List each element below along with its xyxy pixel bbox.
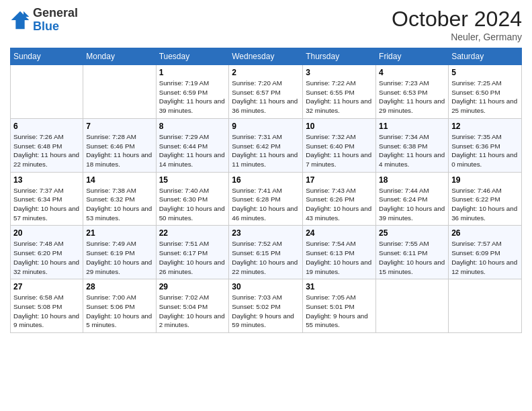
logo-general-text: General [33,6,78,19]
day-number: 18 [379,175,445,185]
day-info: Sunrise: 7:34 AMSunset: 6:38 PMDaylight:… [379,132,445,169]
table-row: 23Sunrise: 7:52 AMSunset: 6:15 PMDayligh… [229,226,303,279]
day-info: Sunrise: 7:48 AMSunset: 6:20 PMDaylight:… [13,239,80,276]
day-info: Sunrise: 7:43 AMSunset: 6:26 PMDaylight:… [306,186,373,223]
table-row: 27Sunrise: 6:58 AMSunset: 5:08 PMDayligh… [11,279,83,333]
day-info: Sunrise: 7:51 AMSunset: 6:17 PMDaylight:… [159,239,226,276]
table-row [449,279,522,333]
day-info: Sunrise: 7:20 AMSunset: 6:57 PMDaylight:… [232,79,300,116]
day-info: Sunrise: 7:54 AMSunset: 6:13 PMDaylight:… [306,239,373,276]
table-row: 24Sunrise: 7:54 AMSunset: 6:13 PMDayligh… [303,226,376,279]
header-wednesday: Wednesday [229,48,303,65]
header-friday: Friday [376,48,449,65]
day-info: Sunrise: 7:57 AMSunset: 6:09 PMDaylight:… [451,239,519,276]
svg-marker-0 [11,11,30,29]
table-row: 1Sunrise: 7:19 AMSunset: 6:59 PMDaylight… [156,65,229,119]
table-row: 15Sunrise: 7:40 AMSunset: 6:30 PMDayligh… [156,172,229,226]
logo: General Blue [10,7,78,34]
day-number: 13 [13,175,80,185]
table-row: 3Sunrise: 7:22 AMSunset: 6:55 PMDaylight… [303,65,376,119]
day-info: Sunrise: 7:49 AMSunset: 6:19 PMDaylight:… [86,239,152,276]
day-number: 3 [306,68,373,77]
day-info: Sunrise: 7:19 AMSunset: 6:59 PMDaylight:… [159,79,226,116]
table-row: 30Sunrise: 7:03 AMSunset: 5:02 PMDayligh… [229,279,303,333]
day-number: 12 [451,122,519,131]
table-row: 8Sunrise: 7:29 AMSunset: 6:44 PMDaylight… [156,118,229,172]
day-info: Sunrise: 7:31 AMSunset: 6:42 PMDaylight:… [232,132,300,169]
day-number: 8 [159,122,226,131]
day-number: 2 [232,68,300,77]
day-number: 25 [379,228,445,238]
table-row: 16Sunrise: 7:41 AMSunset: 6:28 PMDayligh… [229,172,303,226]
day-info: Sunrise: 7:41 AMSunset: 6:28 PMDaylight:… [232,186,300,223]
logo-icon [10,10,30,30]
table-row: 12Sunrise: 7:35 AMSunset: 6:36 PMDayligh… [449,118,522,172]
table-row: 13Sunrise: 7:37 AMSunset: 6:34 PMDayligh… [11,172,83,226]
table-row: 22Sunrise: 7:51 AMSunset: 6:17 PMDayligh… [156,226,229,279]
table-row [83,65,156,119]
header-sunday: Sunday [11,48,83,65]
day-number: 16 [232,175,300,185]
day-info: Sunrise: 7:02 AMSunset: 5:04 PMDaylight:… [159,293,226,330]
day-info: Sunrise: 7:37 AMSunset: 6:34 PMDaylight:… [13,186,80,223]
day-number: 4 [379,68,445,77]
day-info: Sunrise: 7:44 AMSunset: 6:24 PMDaylight:… [379,186,445,223]
table-row [376,279,449,333]
day-info: Sunrise: 7:46 AMSunset: 6:22 PMDaylight:… [451,186,519,223]
day-number: 31 [306,282,373,291]
day-number: 27 [13,282,80,291]
table-row: 31Sunrise: 7:05 AMSunset: 5:01 PMDayligh… [303,279,376,333]
table-row: 11Sunrise: 7:34 AMSunset: 6:38 PMDayligh… [376,118,449,172]
table-row: 14Sunrise: 7:38 AMSunset: 6:32 PMDayligh… [83,172,156,226]
day-number: 5 [451,68,519,77]
page-header: General Blue October 2024 Neuler, German… [10,7,522,42]
table-row: 4Sunrise: 7:23 AMSunset: 6:53 PMDaylight… [376,65,449,119]
day-number: 19 [451,175,519,185]
day-number: 15 [159,175,226,185]
day-number: 30 [232,282,300,291]
table-row: 17Sunrise: 7:43 AMSunset: 6:26 PMDayligh… [303,172,376,226]
table-row: 29Sunrise: 7:02 AMSunset: 5:04 PMDayligh… [156,279,229,333]
day-number: 1 [159,68,226,77]
day-number: 29 [159,282,226,291]
day-number: 22 [159,228,226,238]
day-info: Sunrise: 7:29 AMSunset: 6:44 PMDaylight:… [159,132,226,169]
day-info: Sunrise: 7:22 AMSunset: 6:55 PMDaylight:… [306,79,373,116]
table-row: 10Sunrise: 7:32 AMSunset: 6:40 PMDayligh… [303,118,376,172]
day-number: 11 [379,122,445,131]
table-row: 6Sunrise: 7:26 AMSunset: 6:48 PMDaylight… [11,118,83,172]
calendar-header-row: Sunday Monday Tuesday Wednesday Thursday… [11,48,522,65]
day-number: 26 [451,228,519,238]
header-thursday: Thursday [303,48,376,65]
table-row: 25Sunrise: 7:55 AMSunset: 6:11 PMDayligh… [376,226,449,279]
day-number: 20 [13,228,80,238]
table-row: 7Sunrise: 7:28 AMSunset: 6:46 PMDaylight… [83,118,156,172]
location: Neuler, Germany [392,32,522,42]
table-row: 2Sunrise: 7:20 AMSunset: 6:57 PMDaylight… [229,65,303,119]
table-row: 19Sunrise: 7:46 AMSunset: 6:22 PMDayligh… [449,172,522,226]
day-info: Sunrise: 7:55 AMSunset: 6:11 PMDaylight:… [379,239,445,276]
month-title: October 2024 [392,7,522,32]
svg-marker-1 [24,11,29,16]
day-number: 10 [306,122,373,131]
day-info: Sunrise: 7:35 AMSunset: 6:36 PMDaylight:… [451,132,519,169]
table-row: 28Sunrise: 7:00 AMSunset: 5:06 PMDayligh… [83,279,156,333]
day-info: Sunrise: 7:26 AMSunset: 6:48 PMDaylight:… [13,132,80,169]
header-tuesday: Tuesday [156,48,229,65]
day-info: Sunrise: 7:38 AMSunset: 6:32 PMDaylight:… [86,186,152,223]
table-row: 5Sunrise: 7:25 AMSunset: 6:50 PMDaylight… [449,65,522,119]
table-row: 18Sunrise: 7:44 AMSunset: 6:24 PMDayligh… [376,172,449,226]
day-info: Sunrise: 6:58 AMSunset: 5:08 PMDaylight:… [13,293,80,330]
day-number: 6 [13,122,80,131]
header-monday: Monday [83,48,156,65]
day-number: 28 [86,282,152,291]
day-number: 24 [306,228,373,238]
day-info: Sunrise: 7:05 AMSunset: 5:01 PMDaylight:… [306,293,373,330]
day-info: Sunrise: 7:03 AMSunset: 5:02 PMDaylight:… [232,293,300,330]
table-row: 21Sunrise: 7:49 AMSunset: 6:19 PMDayligh… [83,226,156,279]
day-number: 17 [306,175,373,185]
title-block: October 2024 Neuler, Germany [392,7,522,42]
day-info: Sunrise: 7:52 AMSunset: 6:15 PMDaylight:… [232,239,300,276]
day-number: 14 [86,175,152,185]
table-row: 9Sunrise: 7:31 AMSunset: 6:42 PMDaylight… [229,118,303,172]
